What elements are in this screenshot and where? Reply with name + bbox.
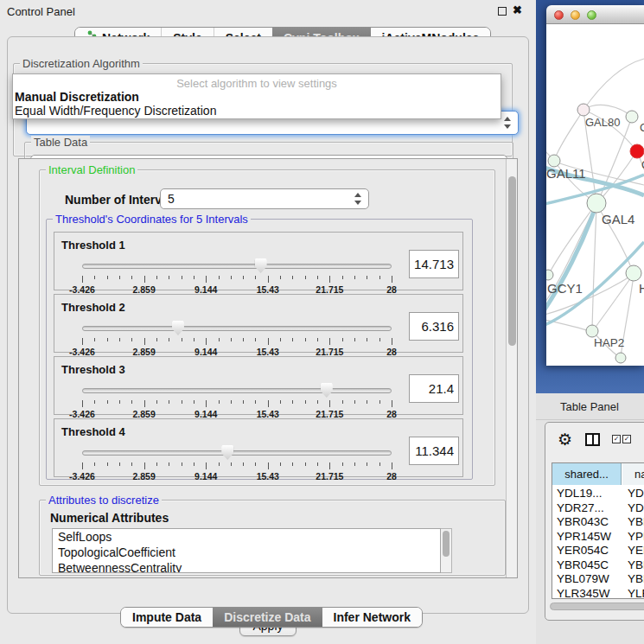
numerical-attributes-list[interactable]: SelfLoopsTopologicalCoefficientBetweenne… — [52, 528, 441, 573]
table-row[interactable]: YDR27...YDR2 — [552, 501, 644, 516]
tick-mark — [367, 400, 367, 404]
cell-shared-name: YDR27... — [557, 501, 604, 516]
tick-mark — [194, 462, 194, 466]
network-node-c[interactable] — [630, 144, 644, 158]
slider-track — [82, 264, 392, 269]
network-node-gcy1[interactable] — [546, 270, 553, 280]
network-node-ga[interactable] — [626, 111, 638, 123]
threshold-value-field[interactable]: 11.344 — [409, 437, 459, 465]
tick-mark — [354, 338, 355, 341]
network-node-gal80[interactable] — [577, 104, 590, 116]
tick-mark — [255, 276, 256, 279]
tick-mark — [354, 462, 355, 466]
tick-mark — [206, 462, 207, 469]
scrollbar-thumb[interactable] — [443, 531, 450, 557]
table-row[interactable]: YDL19...YDL1 — [552, 487, 644, 501]
node-label: GAL11 — [546, 166, 586, 181]
tick-mark — [169, 400, 169, 404]
network-edge[interactable] — [594, 275, 633, 329]
tick-mark — [305, 400, 306, 404]
network-node-hap2[interactable] — [586, 325, 598, 337]
control-panel: Control Panel ✖ NetworkStyleSelectCyni T… — [0, 0, 536, 644]
close-icon[interactable]: ✖ — [513, 3, 522, 16]
slider-thumb-icon[interactable] — [221, 445, 233, 460]
slider-ticks — [82, 276, 392, 283]
table-row[interactable]: YBR045CYBR0 — [552, 558, 644, 573]
cell-name: YBL0 — [628, 572, 644, 587]
table-row[interactable]: YBL079WYBL0 — [552, 572, 644, 587]
dropdown-item-equal-width-frequency[interactable]: Equal Width/Frequency Discretization — [13, 104, 501, 118]
tab-infer-network[interactable]: Infer Network — [322, 608, 422, 627]
group-title: Threshold's Coordinates for 5 Intervals — [53, 213, 251, 226]
threshold-value-field[interactable]: 14.713 — [409, 250, 459, 278]
stepper-icon — [504, 117, 512, 129]
slider-thumb-icon[interactable] — [255, 258, 267, 273]
tick-mark — [231, 462, 232, 466]
tick-mark — [131, 462, 132, 466]
network-edge[interactable] — [554, 110, 583, 161]
tick-mark — [367, 462, 367, 466]
tab-impute-data[interactable]: Impute Data — [121, 608, 213, 627]
table-horizontal-scrollbar[interactable] — [550, 603, 644, 610]
threshold-slider[interactable]: -3.4262.8599.14415.4321.71528 — [82, 258, 392, 288]
network-edge[interactable] — [583, 59, 644, 110]
list-item[interactable]: SelfLoops — [53, 529, 440, 545]
group-title: Attributes to discretize — [46, 494, 162, 507]
table-row[interactable]: YLR345WYLR3 — [552, 587, 644, 600]
tab-discretize-data[interactable]: Discretize Data — [213, 608, 322, 627]
table-row[interactable]: YPR145WYPR1 — [552, 530, 644, 545]
tick-mark — [280, 276, 281, 279]
threshold-slider[interactable]: -3.4262.8599.14415.4321.71528 — [82, 445, 392, 475]
tick-mark — [156, 462, 157, 466]
network-edge[interactable] — [583, 105, 632, 117]
node-table[interactable]: shared... na YDL19...YDL1YDR27...YDR2YBR… — [552, 462, 644, 599]
right-side-panels: GAL80GACGAL11GAL4GCY1HHAP2 Table Panel ⚙… — [536, 0, 644, 644]
column-header-name[interactable]: na — [622, 463, 644, 485]
network-edge[interactable] — [592, 207, 596, 330]
network-node-h[interactable] — [626, 265, 641, 281]
tick-mark — [119, 338, 120, 341]
table-row[interactable]: YBR043CYBR0 — [552, 515, 644, 530]
number-of-intervals-combo[interactable]: 5 — [160, 188, 369, 209]
zoom-traffic-light-icon[interactable] — [587, 10, 596, 20]
table-toolbar: ⚙ ✓ ✓ — [545, 423, 644, 459]
algorithm-dropdown-popup: Select algorithm to view settings Manual… — [12, 73, 501, 119]
threshold-slider[interactable]: -3.4262.8599.14415.4321.71528 — [82, 321, 392, 350]
slider-thumb-icon[interactable] — [321, 383, 333, 398]
network-edge[interactable] — [598, 152, 636, 202]
list-scrollbar[interactable] — [441, 528, 452, 573]
panel-scrollbar[interactable] — [506, 159, 517, 577]
settings-gear-icon[interactable]: ⚙ — [558, 430, 572, 450]
threshold-value-field[interactable]: 21.4 — [409, 374, 459, 403]
cell-shared-name: YPR145W — [557, 530, 611, 545]
network-canvas[interactable]: GAL80GACGAL11GAL4GCY1HHAP2 — [546, 24, 644, 366]
float-window-icon[interactable] — [498, 7, 507, 16]
network-node-gal4[interactable] — [587, 194, 606, 213]
list-item[interactable]: BetweennessCentrality — [53, 560, 440, 573]
threshold-box: Threshold 2-3.4262.8599.14415.4321.71528… — [54, 294, 463, 353]
network-node-gal11[interactable] — [548, 155, 560, 167]
group-title: Table Data — [31, 136, 90, 149]
column-header-shared-name[interactable]: shared... — [552, 463, 622, 485]
row-checkboxes-icon[interactable]: ✓ ✓ — [612, 435, 631, 443]
tick-mark — [231, 338, 232, 341]
dropdown-item-manual-discretization[interactable]: Manual Discretization — [13, 90, 501, 104]
column-selector-icon[interactable] — [585, 433, 600, 446]
tick-mark — [219, 338, 220, 341]
network-node[interactable] — [615, 353, 626, 363]
close-traffic-light-icon[interactable] — [554, 10, 564, 20]
minimize-traffic-light-icon[interactable] — [571, 10, 580, 20]
list-item[interactable]: TopologicalCoefficient — [53, 545, 440, 560]
threshold-label: Threshold 4 — [61, 425, 125, 438]
threshold-value-field[interactable]: 6.316 — [409, 312, 459, 341]
slider-ticks — [82, 338, 392, 345]
tick-label: 15.43 — [257, 471, 279, 481]
tick-mark — [219, 276, 220, 279]
slider-thumb-icon[interactable] — [172, 321, 184, 335]
tick-mark — [379, 276, 380, 279]
table-row[interactable]: YER054CYER0 — [552, 544, 644, 558]
checkbox-icon: ✓ — [622, 435, 631, 443]
scrollbar-thumb[interactable] — [508, 176, 516, 346]
threshold-slider[interactable]: -3.4262.8599.14415.4321.71528 — [82, 383, 392, 412]
stepper-icon — [354, 193, 362, 205]
